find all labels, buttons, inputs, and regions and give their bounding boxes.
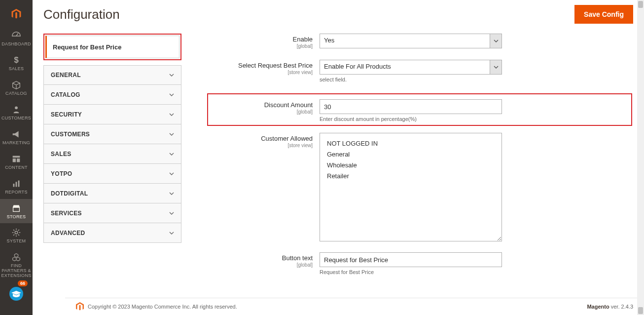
- scope-button-text: [global]: [211, 262, 313, 268]
- section-label: ADVANCED: [51, 230, 85, 236]
- field-button-text: Button text [global] Request for Best Pr…: [211, 252, 628, 275]
- section-label: GENERAL: [51, 72, 81, 79]
- chevron-down-icon: [494, 39, 499, 43]
- note-select-request: select field.: [320, 77, 502, 82]
- field-discount-amount-highlighted: Discount Amount [global] Enter discount …: [207, 93, 632, 126]
- config-section-customers[interactable]: CUSTOMERS: [43, 124, 181, 144]
- nav-item-find-partners-extensions[interactable]: FIND PARTNERS & EXTENSIONS: [0, 248, 33, 282]
- field-customer-allowed: Customer Allowed [store view] NOT LOGGED…: [211, 133, 628, 241]
- person-icon: [11, 104, 22, 115]
- magento-logo-icon: [9, 9, 24, 19]
- nav-label: SYSTEM: [7, 239, 26, 244]
- label-select-request: Select Request Best Price: [211, 62, 313, 69]
- input-discount-amount[interactable]: [320, 99, 502, 114]
- nav-item-system[interactable]: SYSTEM: [0, 223, 33, 248]
- nav-label: DASHBOARD: [1, 42, 31, 47]
- multiselect-customer-allowed[interactable]: NOT LOGGED IN General Wholesale Retailer: [320, 133, 502, 241]
- config-section-yotpo[interactable]: YOTPO: [43, 164, 181, 184]
- section-label: YOTPO: [51, 170, 72, 177]
- nav-item-sales[interactable]: $SALES: [0, 51, 33, 76]
- config-section-advanced[interactable]: ADVANCED: [43, 223, 181, 243]
- nav-item-customers[interactable]: CUSTOMERS: [0, 100, 33, 125]
- scope-discount: [global]: [211, 109, 313, 115]
- select-request-value: Enable For All Products: [320, 60, 490, 74]
- svg-rect-7: [18, 180, 20, 187]
- nav-item-marketing[interactable]: MARKETING: [0, 125, 33, 150]
- nav-label: MARKETING: [2, 141, 30, 146]
- select-enable-toggle[interactable]: [490, 34, 501, 48]
- cubes-icon: [11, 252, 22, 263]
- section-label: DOTDIGITAL: [51, 190, 88, 197]
- nav-item-dashboard[interactable]: DASHBOARD: [0, 26, 33, 51]
- section-label: SERVICES: [51, 210, 82, 217]
- svg-text:$: $: [14, 55, 18, 64]
- config-section-sales[interactable]: SALES: [43, 144, 181, 164]
- svg-rect-8: [13, 207, 20, 211]
- chevron-down-icon: [169, 211, 174, 216]
- select-enable[interactable]: Yes: [320, 34, 502, 48]
- chevron-down-icon: [169, 92, 174, 97]
- page-footer: Copyright © 2023 Magento Commerce Inc. A…: [65, 298, 644, 315]
- barchart-icon: [11, 178, 22, 189]
- multiselect-option[interactable]: Wholesale: [327, 160, 495, 171]
- nav-label: CUSTOMERS: [1, 116, 31, 121]
- highlight-active-tab: Request for Best Price: [43, 34, 181, 60]
- select-enable-value: Yes: [320, 34, 490, 48]
- config-section-dotdigital[interactable]: DOTDIGITAL: [43, 184, 181, 203]
- chevron-down-icon: [169, 191, 174, 196]
- chevron-down-icon: [169, 132, 174, 137]
- scrollbar-thumb-top[interactable]: [638, 1, 643, 8]
- dashboard-icon: [11, 30, 22, 41]
- nav-item-content[interactable]: CONTENT: [0, 150, 33, 174]
- nav-label: REPORTS: [5, 190, 27, 195]
- input-button-text[interactable]: [320, 252, 502, 267]
- section-label: CUSTOMERS: [51, 131, 90, 138]
- nav-item-stores[interactable]: STORES: [0, 199, 33, 224]
- scrollbar-thumb-bottom[interactable]: [638, 307, 643, 314]
- multiselect-option[interactable]: General: [327, 149, 495, 160]
- vertical-scrollbar[interactable]: [637, 0, 644, 315]
- admin-nav-sidebar: DASHBOARD$SALESCATALOGCUSTOMERSMARKETING…: [0, 0, 33, 315]
- graduation-cap-icon: [9, 286, 24, 301]
- main-content: Configuration Save Config Request for Be…: [33, 0, 644, 315]
- label-customer-allowed: Customer Allowed: [211, 135, 313, 142]
- footer-product: Magento: [587, 304, 609, 310]
- multiselect-option[interactable]: Retailer: [327, 171, 495, 182]
- svg-rect-6: [16, 182, 17, 187]
- select-request-best-price[interactable]: Enable For All Products: [320, 60, 502, 75]
- chevron-down-icon: [169, 231, 174, 236]
- section-label: CATALOG: [51, 91, 80, 98]
- multiselect-option[interactable]: NOT LOGGED IN: [327, 138, 495, 149]
- help-badge: 66: [18, 280, 28, 286]
- nav-item-catalog[interactable]: CATALOG: [0, 76, 33, 100]
- gear-icon: [11, 227, 22, 238]
- chevron-down-icon: [494, 65, 499, 70]
- config-section-general[interactable]: GENERAL: [43, 65, 181, 85]
- config-section-catalog[interactable]: CATALOG: [43, 85, 181, 105]
- select-request-toggle[interactable]: [490, 60, 501, 74]
- config-section-security[interactable]: SECURITY: [43, 105, 181, 124]
- svg-point-9: [15, 232, 18, 235]
- config-tab-active[interactable]: Request for Best Price: [45, 36, 179, 58]
- save-config-button[interactable]: Save Config: [574, 5, 633, 24]
- scope-select-request: [store view]: [211, 70, 313, 75]
- field-enable: Enable [global] Yes: [211, 34, 628, 49]
- page-header: Configuration Save Config: [33, 0, 644, 34]
- megaphone-icon: [11, 129, 22, 140]
- nav-label: CATALOG: [5, 91, 27, 96]
- nav-label: SALES: [9, 67, 24, 72]
- config-section-services[interactable]: SERVICES: [43, 203, 181, 223]
- magento-logo-small-icon: [76, 302, 84, 311]
- nav-label: STORES: [7, 215, 26, 220]
- section-label: SECURITY: [51, 111, 82, 118]
- svg-rect-5: [13, 184, 15, 187]
- scope-enable: [global]: [211, 43, 313, 49]
- chevron-down-icon: [169, 112, 174, 117]
- section-label: SALES: [51, 151, 72, 158]
- field-select-request: Select Request Best Price [store view] E…: [211, 60, 628, 82]
- nav-item-reports[interactable]: REPORTS: [0, 174, 33, 199]
- nav-help[interactable]: 66: [0, 282, 33, 305]
- label-discount: Discount Amount: [211, 101, 313, 109]
- note-discount: Enter discount amount in percentage(%): [320, 116, 502, 122]
- chevron-down-icon: [169, 152, 174, 157]
